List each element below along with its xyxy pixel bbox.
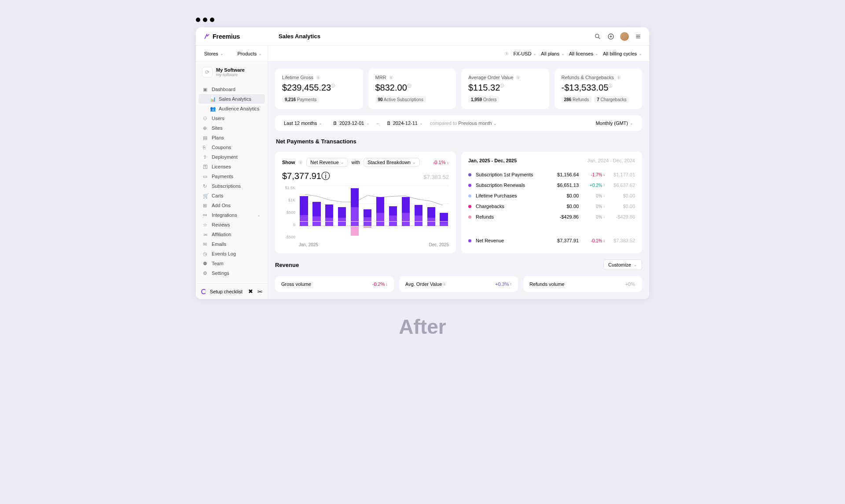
info-icon[interactable]: i	[504, 51, 509, 56]
sidebar-item-label: Events Log	[212, 251, 236, 256]
sidebar-item-label: Sites	[212, 125, 222, 131]
sidebar-item-label: Reviews	[212, 222, 230, 227]
info-icon[interactable]: i	[442, 282, 446, 286]
sidebar-item-team[interactable]: ⚉Team	[198, 259, 265, 268]
sidebar-item-coupons[interactable]: ⎘Coupons	[198, 142, 265, 152]
grid-icon: ▣	[203, 87, 208, 92]
info-icon[interactable]: i	[516, 75, 520, 80]
sidebar-item-events-log[interactable]: ◷Events Log	[198, 249, 265, 259]
legend-row: Refunds -$429.86 0% ↓ -$429.86	[468, 212, 635, 222]
sidebar-item-plans[interactable]: ▤Plans	[198, 133, 265, 142]
sidebar-item-reviews[interactable]: ☆Reviews	[198, 220, 265, 230]
revenue-card: Avg. Order Value i+0.3% ↑	[399, 276, 518, 292]
sidebar-item-sales-analytics[interactable]: 📊Sales Analytics	[198, 94, 265, 104]
legend-pct: 0% ↓	[583, 194, 605, 198]
sidebar-item-payments[interactable]: ▭Payments	[198, 172, 265, 181]
star-icon: ☆	[203, 222, 208, 227]
sidebar-item-audience-analytics[interactable]: 👥Audience Analytics	[198, 104, 265, 113]
checklist-ring-icon	[201, 289, 206, 294]
sidebar-item-affiliation[interactable]: ⫘Affiliation	[198, 230, 265, 239]
bar-slot	[299, 186, 309, 239]
legend-current: $0.00	[553, 204, 579, 209]
stores-dropdown[interactable]: Stores⌄	[196, 51, 232, 56]
link-icon: ⫘	[203, 232, 208, 237]
sidebar-item-dashboard[interactable]: ▣Dashboard	[198, 84, 265, 94]
sidebar-item-label: Audience Analytics	[219, 106, 259, 111]
kpi-value: -$13,533.05ⓘ	[562, 83, 613, 93]
menu-icon[interactable]	[634, 33, 642, 40]
filter-plans[interactable]: All plans⌄	[541, 51, 565, 56]
sidebar-item-label: Add Ons	[212, 203, 231, 208]
compare-block[interactable]: compared to Previous month ⌄	[430, 121, 497, 126]
kpi-badge: 9,216 Payments	[282, 96, 319, 103]
info-icon[interactable]: i	[316, 75, 320, 80]
sidebar-item-add-ons[interactable]: ⊞Add Ons	[198, 201, 265, 210]
sidebar-item-licenses[interactable]: ⚿Licenses	[198, 162, 265, 172]
sidebar: ⟳ My Software my-software ▣Dashboard📊Sal…	[196, 62, 268, 299]
kpi-label: Lifetime Gross i	[282, 75, 356, 80]
filter-billing[interactable]: All billing cycles⌄	[603, 51, 642, 56]
granularity-dropdown[interactable]: Monthly (GMT)⌄	[592, 119, 637, 128]
sidebar-item-integrations[interactable]: ⚯Integrations⌄	[198, 210, 265, 220]
app-window: Freemius Sales Analytics Stores⌄ Product…	[196, 27, 649, 299]
sidebar-item-label: Payments	[212, 174, 233, 179]
brand: Freemius	[196, 33, 268, 40]
revenue-card-delta: +0%	[625, 281, 636, 287]
kpi-value: $115.32ⓘ	[468, 83, 504, 93]
brand-name: Freemius	[213, 33, 240, 40]
software-name: My Software	[216, 67, 245, 73]
sidebar-item-deployment[interactable]: ⇪Deployment	[198, 152, 265, 162]
legend-previous: $7,383.52	[610, 238, 635, 243]
legend-pct: -0.1% ↓	[583, 238, 605, 243]
date-to[interactable]: 🗓2024-12-11⌄	[383, 119, 426, 128]
calendar-icon: 🗓	[386, 121, 391, 126]
legend-pct: 0% ↓	[583, 215, 605, 219]
bar-slot	[337, 186, 347, 239]
chart-card-main: Show i Net Revenue⌄ with Stacked Breakdo…	[275, 152, 456, 253]
sidebar-item-label: Plans	[212, 135, 224, 140]
add-icon[interactable]	[607, 33, 615, 40]
calendar-icon: 🗓	[333, 121, 338, 126]
setup-checklist[interactable]: Setup checklist	[210, 289, 242, 294]
sidebar-item-settings[interactable]: ⚙Settings	[198, 268, 265, 278]
chart-compare-total: $7,383.52	[423, 174, 449, 180]
body: ⟳ My Software my-software ▣Dashboard📊Sal…	[196, 62, 649, 299]
info-icon[interactable]: i	[617, 75, 621, 80]
revenue-header: Revenue Customize⌄	[275, 259, 642, 270]
people-icon: ⚇	[203, 116, 208, 121]
legend-name: Refunds	[476, 214, 549, 219]
sidebar-item-sites[interactable]: ⊕Sites	[198, 123, 265, 133]
sidebar-item-label: Settings	[212, 270, 229, 276]
customize-button[interactable]: Customize⌄	[603, 259, 642, 270]
info-icon[interactable]: i	[298, 160, 303, 164]
avatar[interactable]	[620, 32, 629, 41]
legend-pct: -1.7% ↓	[583, 172, 605, 177]
products-dropdown[interactable]: Products⌄	[232, 51, 268, 56]
sidebar-item-label: Dashboard	[212, 87, 235, 92]
sidebar-item-users[interactable]: ⚇Users	[198, 113, 265, 123]
range-dropdown[interactable]: Last 12 months⌄	[280, 119, 326, 128]
chart-bars	[299, 186, 449, 239]
info-icon[interactable]: i	[389, 75, 393, 80]
breakdown-dropdown[interactable]: Stacked Breakdown⌄	[364, 158, 420, 167]
legend-current: -$429.86	[553, 214, 579, 219]
show-label: Show	[282, 160, 295, 165]
sidebar-item-carts[interactable]: 🛒Carts	[198, 191, 265, 201]
plug-icon: ⚯	[203, 212, 208, 218]
metric-dropdown[interactable]: Net Revenue⌄	[306, 158, 348, 167]
sidebar-item-subscriptions[interactable]: ↻Subscriptions	[198, 181, 265, 191]
filter-licenses[interactable]: All licenses⌄	[569, 51, 599, 56]
sidebar-item-emails[interactable]: ✉Emails	[198, 239, 265, 249]
search-icon[interactable]	[594, 33, 602, 40]
topbar-actions	[594, 32, 649, 41]
share-icon[interactable]: ⫘	[257, 288, 262, 295]
svg-line-1	[599, 37, 600, 39]
team-icon: ⚉	[203, 261, 208, 266]
filter-fx[interactable]: FX-USD⌄	[513, 51, 536, 56]
help-icon[interactable]: ✖	[248, 288, 253, 295]
plus-icon: ⊞	[203, 203, 208, 208]
software-selector[interactable]: ⟳ My Software my-software	[196, 62, 268, 83]
legend-previous: -$429.86	[610, 214, 635, 219]
date-from[interactable]: 🗓2023-12-01⌄	[329, 119, 373, 128]
section-net-title: Net Payments & Transactions	[275, 137, 642, 146]
